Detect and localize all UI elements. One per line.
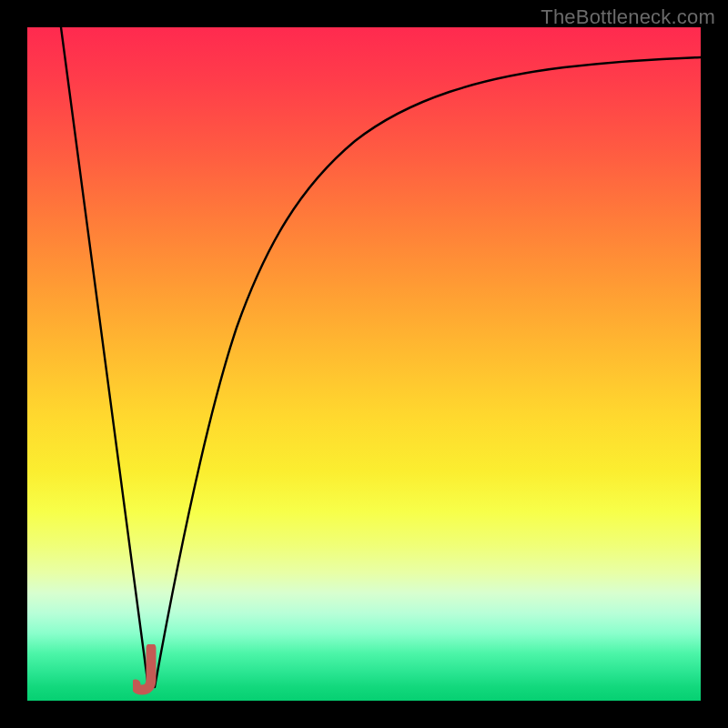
- left-ray-path: [61, 27, 148, 687]
- chart-lines: [27, 27, 701, 701]
- right-curve-path: [155, 57, 701, 687]
- chart-frame: TheBottleneck.com: [0, 0, 728, 728]
- watermark-text: TheBottleneck.com: [541, 5, 715, 29]
- plot-area: [27, 27, 701, 701]
